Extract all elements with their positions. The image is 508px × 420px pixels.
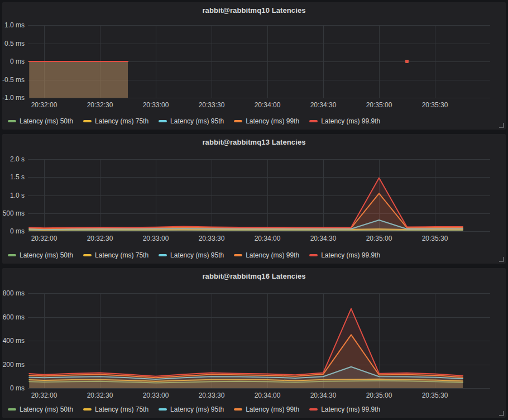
grafana-dashboard: 1.0 ms0.5 ms0 ms-0.5 ms-1.0 ms20:32:0020… <box>0 0 508 420</box>
series-color-swatch-icon <box>83 254 92 256</box>
legend-item-latency-ms-95th[interactable]: Latency (ms) 95th <box>159 251 224 259</box>
legend-item-latency-ms-99-9th[interactable]: Latency (ms) 99.9th <box>309 117 380 125</box>
series-latency-ms-99-9th <box>29 309 463 388</box>
legend-item-latency-ms-99-9th[interactable]: Latency (ms) 99.9th <box>309 405 380 413</box>
svg-text:20:34:00: 20:34:00 <box>255 235 281 242</box>
svg-text:20:32:00: 20:32:00 <box>31 235 57 242</box>
series-color-swatch-icon <box>234 254 242 256</box>
svg-text:-1.0 ms: -1.0 ms <box>2 94 25 102</box>
legend-label: Latency (ms) 99.9th <box>321 251 380 259</box>
svg-text:800 ms: 800 ms <box>3 289 25 297</box>
latency-graph-rabbitmq10[interactable]: 1.0 ms0.5 ms0 ms-0.5 ms-1.0 ms20:32:0020… <box>2 2 506 130</box>
series-color-swatch-icon <box>309 254 318 256</box>
svg-text:20:32:00: 20:32:00 <box>31 392 57 399</box>
series-color-swatch-icon <box>159 408 167 411</box>
legend-label: Latency (ms) 99.9th <box>321 405 380 413</box>
legend-item-latency-ms-95th[interactable]: Latency (ms) 95th <box>159 117 224 125</box>
legend-label: Latency (ms) 99.9th <box>321 117 380 125</box>
svg-text:600 ms: 600 ms <box>3 313 25 321</box>
svg-text:500 ms: 500 ms <box>3 209 25 217</box>
svg-text:0.5 ms: 0.5 ms <box>4 40 25 47</box>
svg-text:2.0 s: 2.0 s <box>10 155 25 163</box>
svg-text:20:32:00: 20:32:00 <box>31 101 57 109</box>
svg-text:20:35:30: 20:35:30 <box>422 235 448 242</box>
svg-text:400 ms: 400 ms <box>3 337 25 345</box>
svg-text:20:33:30: 20:33:30 <box>199 392 225 399</box>
legend-label: Latency (ms) 75th <box>95 117 148 125</box>
series-color-swatch-icon <box>8 408 16 411</box>
svg-text:0 ms: 0 ms <box>10 227 25 235</box>
legend-item-latency-ms-50th[interactable]: Latency (ms) 50th <box>8 251 73 259</box>
series-color-swatch-icon <box>309 120 318 122</box>
series-color-swatch-icon <box>159 120 167 122</box>
series-color-swatch-icon <box>8 254 16 256</box>
legend-item-latency-ms-75th[interactable]: Latency (ms) 75th <box>83 405 148 413</box>
svg-text:20:35:00: 20:35:00 <box>366 101 392 109</box>
legend-label: Latency (ms) 50th <box>20 251 73 259</box>
series-latency-ms-99-9th <box>29 178 463 232</box>
legend-label: Latency (ms) 95th <box>170 117 224 125</box>
svg-text:20:32:30: 20:32:30 <box>87 101 113 109</box>
latency-graph-rabbitmq13[interactable]: 2.0 s1.5 s1.0 s500 ms0 ms20:32:0020:32:3… <box>2 134 506 264</box>
legend-label: Latency (ms) 99th <box>246 117 299 125</box>
series-color-swatch-icon <box>8 120 16 122</box>
svg-text:20:33:00: 20:33:00 <box>143 392 169 399</box>
x-axis-labels: 20:32:0020:32:3020:33:0020:33:3020:34:00… <box>31 101 448 109</box>
legend-item-latency-ms-50th[interactable]: Latency (ms) 50th <box>8 405 73 413</box>
svg-text:200 ms: 200 ms <box>3 361 25 369</box>
legend-label: Latency (ms) 50th <box>20 117 73 125</box>
svg-text:0 ms: 0 ms <box>10 58 25 65</box>
svg-text:1.5 s: 1.5 s <box>10 173 25 181</box>
legend-label: Latency (ms) 75th <box>95 251 148 259</box>
svg-text:20:33:30: 20:33:30 <box>199 235 225 242</box>
data-point-marker <box>405 60 409 63</box>
svg-text:20:33:00: 20:33:00 <box>143 101 169 109</box>
legend-item-latency-ms-75th[interactable]: Latency (ms) 75th <box>83 251 148 259</box>
svg-text:1.0 ms: 1.0 ms <box>4 21 25 29</box>
svg-text:20:34:00: 20:34:00 <box>255 392 281 399</box>
series-color-swatch-icon <box>159 254 167 256</box>
svg-text:20:34:30: 20:34:30 <box>310 235 337 242</box>
legend-item-latency-ms-50th[interactable]: Latency (ms) 50th <box>8 117 73 125</box>
resize-handle-icon[interactable] <box>499 123 504 128</box>
legend-item-latency-ms-99-9th[interactable]: Latency (ms) 99.9th <box>309 251 380 259</box>
svg-text:-0.5 ms: -0.5 ms <box>2 76 25 84</box>
panel-rabbitmq10-latencies: 1.0 ms0.5 ms0 ms-0.5 ms-1.0 ms20:32:0020… <box>2 2 506 130</box>
svg-text:20:34:00: 20:34:00 <box>255 101 281 109</box>
legend-item-latency-ms-99th[interactable]: Latency (ms) 99th <box>234 117 299 125</box>
svg-text:20:34:30: 20:34:30 <box>310 392 337 399</box>
svg-text:20:35:00: 20:35:00 <box>366 235 392 242</box>
legend-label: Latency (ms) 99th <box>246 405 299 413</box>
legend: Latency (ms) 50thLatency (ms) 75thLatenc… <box>8 251 380 259</box>
x-axis-labels: 20:32:0020:32:3020:33:0020:33:3020:34:00… <box>31 235 448 242</box>
latency-graph-rabbitmq16[interactable]: 800 ms600 ms400 ms200 ms0 ms20:32:0020:3… <box>2 268 506 418</box>
legend-item-latency-ms-99th[interactable]: Latency (ms) 99th <box>234 251 299 259</box>
svg-text:20:32:30: 20:32:30 <box>87 235 113 242</box>
svg-text:20:33:30: 20:33:30 <box>199 101 225 109</box>
x-axis-labels: 20:32:0020:32:3020:33:0020:33:3020:34:00… <box>31 392 448 399</box>
panel-rabbitmq13-latencies: 2.0 s1.5 s1.0 s500 ms0 ms20:32:0020:32:3… <box>2 134 506 264</box>
legend: Latency (ms) 50thLatency (ms) 75thLatenc… <box>8 405 380 413</box>
series-latency-ms-99-9th <box>29 60 409 98</box>
legend-label: Latency (ms) 50th <box>20 405 73 413</box>
svg-text:0 ms: 0 ms <box>10 384 25 392</box>
panel-title[interactable]: rabbit@rabbitmq13 Latencies <box>2 138 506 146</box>
y-axis-labels: 1.0 ms0.5 ms0 ms-0.5 ms-1.0 ms <box>2 21 25 102</box>
panel-title[interactable]: rabbit@rabbitmq10 Latencies <box>2 6 506 15</box>
legend-item-latency-ms-95th[interactable]: Latency (ms) 95th <box>159 405 224 413</box>
svg-text:20:33:00: 20:33:00 <box>143 235 169 242</box>
resize-handle-icon[interactable] <box>499 411 504 416</box>
svg-text:1.0 s: 1.0 s <box>10 192 25 199</box>
legend-item-latency-ms-99th[interactable]: Latency (ms) 99th <box>234 405 299 413</box>
legend-label: Latency (ms) 95th <box>170 405 224 413</box>
panel-rabbitmq16-latencies: 800 ms600 ms400 ms200 ms0 ms20:32:0020:3… <box>2 268 506 418</box>
y-axis-labels: 800 ms600 ms400 ms200 ms0 ms <box>3 289 25 392</box>
svg-text:20:35:00: 20:35:00 <box>366 392 392 399</box>
series-color-swatch-icon <box>234 408 242 411</box>
legend-item-latency-ms-75th[interactable]: Latency (ms) 75th <box>83 117 148 125</box>
panel-title[interactable]: rabbit@rabbitmq16 Latencies <box>2 272 506 280</box>
legend: Latency (ms) 50thLatency (ms) 75thLatenc… <box>8 117 380 125</box>
series-color-swatch-icon <box>83 408 92 411</box>
resize-handle-icon[interactable] <box>499 257 504 262</box>
legend-label: Latency (ms) 95th <box>170 251 224 259</box>
